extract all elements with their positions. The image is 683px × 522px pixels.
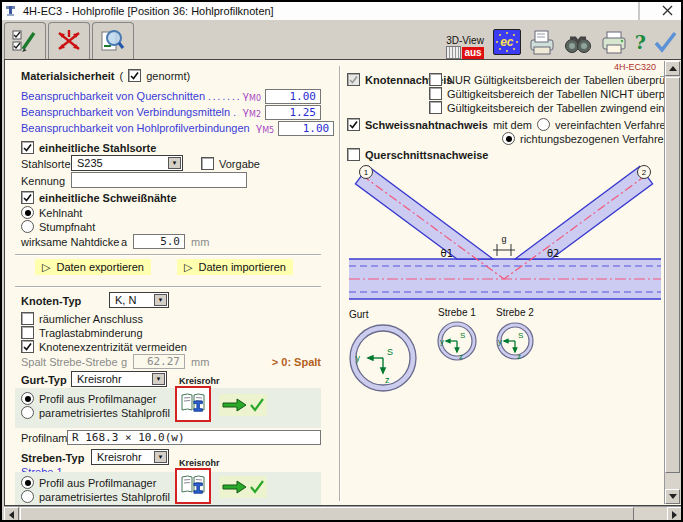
chord-type-label: Gurt-Typ: [21, 374, 67, 386]
document-magnifier-icon: [98, 27, 128, 55]
brace-profile-manager-label: Profil aus Profilmanager: [39, 477, 156, 489]
vertical-scroll-thumb[interactable]: [665, 77, 680, 473]
brace2-axis-z-label: z: [517, 352, 521, 361]
weld-thickness-symbol: a: [121, 236, 127, 248]
table-check-opt1-checkbox[interactable]: [429, 73, 442, 86]
print-button[interactable]: [599, 25, 629, 59]
weld-check-checkbox[interactable]: [347, 118, 360, 131]
spatial-connection-checkbox[interactable]: [21, 312, 34, 325]
directional-method-radio[interactable]: [502, 132, 515, 145]
chord-type-dropdown[interactable]: Kreisrohr ▼: [71, 371, 167, 387]
chord-axis-z-label: z: [385, 375, 390, 385]
table-check-opt2-checkbox[interactable]: [429, 87, 442, 100]
kennung-input[interactable]: [71, 172, 247, 188]
chord-icon-caption: Kreisrohr: [179, 376, 220, 386]
weld-thickness-input[interactable]: 5.0: [133, 234, 185, 249]
maximize-button[interactable]: [638, 2, 640, 20]
blinds-icon: [446, 46, 461, 59]
close-button[interactable]: [662, 2, 673, 20]
gap-label: Spalt Strebe-Strebe: [21, 356, 118, 368]
scroll-down-button[interactable]: [665, 489, 680, 504]
weld-check-label: Schweissnahtnachweis: [365, 119, 488, 131]
brace2-axis-s-label: S: [518, 331, 523, 340]
eurocode-button[interactable]: ec: [493, 25, 521, 59]
tab-preview[interactable]: [92, 22, 134, 59]
steel-grade-value: S235: [77, 157, 103, 169]
panel-separator: [339, 66, 341, 501]
chord-param-profile-radio[interactable]: [21, 406, 34, 419]
uniform-weld-row: einheitliche Schweißnähte: [21, 191, 177, 204]
gamma-m0-symbol: γM0: [242, 89, 261, 103]
steel-grade-dropdown[interactable]: S235 ▼: [71, 155, 183, 171]
eccentricity-checkbox[interactable]: [21, 340, 34, 353]
export-data-button[interactable]: ▷ Daten exportieren: [35, 259, 151, 275]
horizontal-scroll-thumb[interactable]: [20, 507, 634, 521]
stumpfnaht-radio[interactable]: [21, 220, 34, 233]
table-check-opt3-row: Gültigkeitsbereich der Tabellen zwingend…: [429, 101, 683, 114]
arrow-right-icon: [672, 511, 677, 519]
spatial-connection-label: räumlicher Anschluss: [39, 313, 143, 325]
scroll-up-button[interactable]: [665, 61, 680, 76]
uniform-steel-checkbox[interactable]: [21, 141, 34, 154]
genormt-checkbox[interactable]: [128, 69, 141, 82]
gamma-m0-input[interactable]: 1.00: [265, 89, 321, 104]
view-3d-toggle[interactable]: 3D-View aus: [446, 35, 484, 59]
kehlnaht-radio[interactable]: [21, 206, 34, 219]
brace2-member: [515, 167, 653, 260]
node-type-dropdown[interactable]: K, N ▼: [109, 292, 169, 308]
genormt-label: genormt): [146, 70, 190, 82]
horizontal-scrollbar[interactable]: [4, 506, 683, 521]
brace-check-status-button[interactable]: [219, 476, 267, 498]
binoculars-icon: [563, 28, 593, 56]
vorgabe-checkbox[interactable]: [201, 157, 214, 170]
brace-type-dropdown[interactable]: Kreisrohr ▼: [91, 449, 169, 465]
brace2-number: 2: [642, 168, 647, 177]
import-data-button[interactable]: ▷ Daten importieren: [177, 259, 293, 275]
chord-profile-manager-radio[interactable]: [21, 392, 34, 405]
load-reduction-checkbox[interactable]: [21, 326, 34, 339]
tab-loads[interactable]: [48, 22, 90, 59]
chord-check-status-button[interactable]: [219, 394, 267, 416]
cross-section-check-row: Querschnittsnachweise: [347, 148, 489, 161]
brace-param-profile-radio[interactable]: [21, 490, 34, 503]
table-check-opt2-label: Gültigkeitsbereich der Tabellen NICHT üb…: [447, 88, 683, 100]
stumpfnaht-row: Stumpfnaht: [21, 220, 95, 233]
divider: [15, 286, 321, 288]
tab-edit-input[interactable]: [4, 22, 46, 59]
chord-axis-y-label: y: [356, 353, 361, 363]
module-code: 4H-EC320: [614, 62, 656, 72]
eurocode-icon: ec: [493, 29, 521, 55]
vertical-scrollbar[interactable]: [664, 61, 681, 504]
help-button[interactable]: ?: [635, 25, 646, 59]
gamma-m5-input[interactable]: 1.00: [278, 121, 334, 136]
profile-name-value: R 168.3 × 10.0(w): [67, 430, 321, 445]
chord-profile-manager-button[interactable]: [175, 386, 211, 422]
gamma-m2-input[interactable]: 1.25: [265, 105, 321, 120]
gamma-row: Beanspruchbarkeit von Verbindungsmitteln…: [21, 104, 321, 120]
material-safety-label: Materialsicherheit: [21, 70, 115, 82]
theta2-label: θ2: [547, 248, 559, 259]
chord-type-value: Kreisrohr: [77, 373, 122, 385]
title-bar: 4H-EC3 - Hohlprofile [Position 36: Hohlp…: [2, 2, 681, 20]
brace-icon-caption: Kreisrohr: [179, 458, 220, 468]
scroll-right-button[interactable]: [667, 507, 682, 522]
confirm-button[interactable]: [652, 25, 678, 59]
print-document-button[interactable]: [527, 25, 557, 59]
window-title: 4H-EC3 - Hohlprofile [Position 36: Hohlp…: [23, 5, 274, 17]
brace-profile-manager-radio[interactable]: [21, 476, 34, 489]
gamma-m5-symbol: γM5: [256, 121, 275, 135]
chord-param-row: parametrisiertes Stahlprofil: [21, 406, 170, 419]
search-button[interactable]: [563, 25, 593, 59]
chevron-down-icon: ▼: [154, 451, 167, 463]
uniform-steel-label: einheitliche Stahlsorte: [39, 142, 156, 154]
table-check-opt3-checkbox[interactable]: [429, 101, 442, 114]
brace-profile-manager-button[interactable]: [175, 468, 211, 504]
chord-section-label: Gurt: [349, 309, 369, 320]
brace2-axis-y-label: y: [498, 337, 502, 346]
weld-check-suffix: mit dem: [493, 119, 532, 131]
scroll-left-button[interactable]: [4, 507, 19, 522]
uniform-weld-checkbox[interactable]: [21, 191, 34, 204]
cross-section-check-checkbox[interactable]: [347, 148, 360, 161]
simple-method-radio[interactable]: [537, 118, 550, 131]
main-panel: Materialsicherheit ( genormt) Beanspruch…: [4, 59, 683, 506]
